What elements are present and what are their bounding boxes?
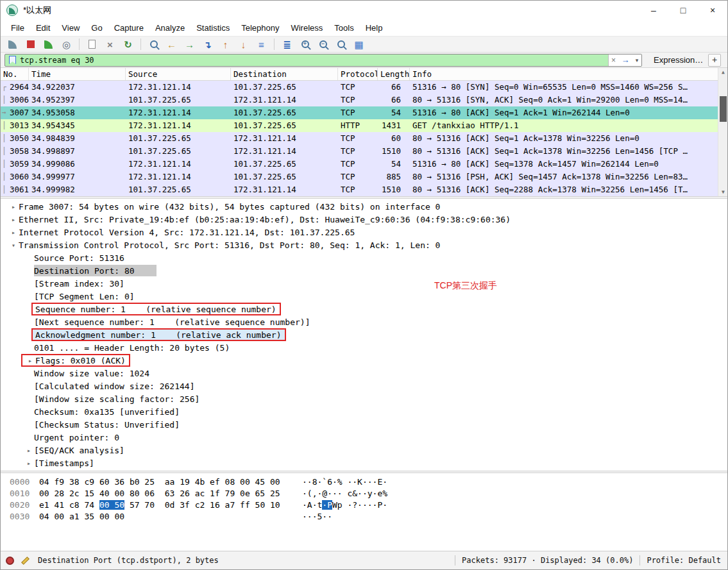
expand-icon[interactable]: ▸	[8, 216, 19, 223]
detail-line[interactable]: [TCP Segment Len: 0]	[1, 290, 727, 303]
detail-line[interactable]: [Calculated window size: 262144]	[1, 380, 727, 392]
detail-line[interactable]: ▾Transmission Control Protocol, Src Port…	[1, 239, 727, 251]
zoom-reset-icon[interactable]	[333, 37, 349, 51]
restart-capture-icon[interactable]	[40, 37, 56, 51]
menu-analyze[interactable]: Analyze	[149, 21, 190, 35]
first-packet-icon[interactable]: ↑	[217, 37, 233, 51]
packet-row-2964[interactable]: ┌296434.922037172.31.121.14101.37.225.65…	[1, 81, 727, 94]
detail-line[interactable]: [Checksum Status: Unverified]	[1, 418, 727, 431]
related-packet-indicator: │	[2, 158, 9, 171]
detail-line[interactable]: ▸Internet Protocol Version 4, Src: 172.3…	[1, 226, 727, 239]
packet-row-3060[interactable]: │306034.999977172.31.121.14101.37.225.65…	[1, 171, 727, 183]
hex-row-0010[interactable]: 001000 28 2c 15 40 00 80 06 63 26 ac 1f …	[1, 488, 727, 499]
expand-icon[interactable]: ▸	[24, 447, 34, 454]
autoscroll-icon[interactable]: ≡	[253, 37, 269, 51]
detail-line[interactable]: ▸[Timestamps]	[1, 457, 727, 469]
back-icon[interactable]: ←	[164, 37, 180, 51]
zoom-in-icon[interactable]: +	[297, 37, 313, 51]
close-file-icon[interactable]: ×	[102, 37, 118, 51]
detail-line[interactable]: ▸[SEQ/ACK analysis]	[1, 444, 727, 457]
stop-capture-icon[interactable]	[22, 37, 38, 51]
hex-row-0000[interactable]: 000004 f9 38 c9 60 36 b0 25 aa 19 4b ef …	[1, 476, 727, 488]
detail-line[interactable]: Window size value: 1024	[1, 367, 727, 380]
last-packet-icon[interactable]: ↓	[235, 37, 251, 51]
maximize-button[interactable]: □	[668, 1, 698, 20]
column-header-length[interactable]: Length	[378, 68, 410, 80]
column-header-time[interactable]: Time	[29, 68, 126, 80]
open-file-icon[interactable]	[84, 37, 100, 51]
scrollbar-thumb[interactable]	[720, 96, 727, 122]
minimize-button[interactable]: –	[639, 1, 668, 20]
hex-byte-text: 57 70 0d 3f c2 16 a7 ff 50 10	[124, 500, 280, 510]
scrollbar-down-icon[interactable]: ▼	[718, 188, 727, 196]
detail-line[interactable]: Checksum: 0xa135 [unverified]	[1, 405, 727, 418]
menu-file[interactable]: File	[5, 21, 30, 35]
menu-tools[interactable]: Tools	[328, 21, 359, 35]
filter-bookmark-icon[interactable]	[9, 56, 16, 64]
detail-line[interactable]: Source Port: 51316	[1, 251, 727, 264]
menu-edit[interactable]: Edit	[30, 21, 56, 35]
menu-wireless[interactable]: Wireless	[285, 21, 328, 35]
detail-line[interactable]: Acknowledgment number: 1 (relative ack n…	[1, 328, 727, 341]
column-header-source[interactable]: Source	[126, 68, 231, 80]
add-filter-button[interactable]: +	[708, 54, 721, 67]
packet-row-3006[interactable]: │300634.952397101.37.225.65172.31.121.14…	[1, 94, 727, 106]
detail-line[interactable]: Urgent pointer: 0	[1, 431, 727, 444]
close-button[interactable]: ×	[698, 1, 727, 20]
packet-row-3059[interactable]: │305934.999086172.31.121.14101.37.225.65…	[1, 158, 727, 171]
find-icon[interactable]	[146, 37, 162, 51]
column-header-info[interactable]: Info	[410, 68, 727, 80]
reload-icon[interactable]: ↻	[120, 37, 136, 51]
scrollbar-up-icon[interactable]: ▲	[718, 68, 727, 76]
detail-line[interactable]: [Next sequence number: 1 (relative seque…	[1, 315, 727, 328]
display-filter-field[interactable]: × → ▾	[4, 54, 642, 67]
menu-go[interactable]: Go	[85, 21, 108, 35]
packet-row-3007[interactable]: →300734.953058172.31.121.14101.37.225.65…	[1, 106, 727, 119]
detail-line[interactable]: Destination Port: 80	[1, 264, 727, 277]
expand-icon[interactable]: ▸	[24, 460, 34, 467]
cell-protocol: TCP	[338, 145, 378, 158]
forward-icon[interactable]: →	[182, 37, 198, 51]
packet-list-scrollbar[interactable]: ▲ ▼	[718, 68, 727, 196]
collapse-icon[interactable]: ▾	[8, 242, 19, 249]
expert-info-icon[interactable]	[6, 557, 14, 565]
menu-bar: FileEditViewGoCaptureAnalyzeStatisticsTe…	[1, 20, 727, 36]
menu-capture[interactable]: Capture	[108, 21, 149, 35]
capture-options-icon[interactable]: ◎	[58, 37, 74, 51]
filter-apply-icon[interactable]: →	[618, 54, 632, 66]
expand-icon[interactable]: ▸	[8, 229, 19, 236]
detail-line[interactable]: ▸Frame 3007: 54 bytes on wire (432 bits)…	[1, 200, 727, 213]
menu-telephony[interactable]: Telephony	[235, 21, 285, 35]
filter-dropdown-icon[interactable]: ▾	[632, 54, 641, 66]
packet-row-3050[interactable]: │305034.984839101.37.225.65172.31.121.14…	[1, 132, 727, 145]
column-header-protocol[interactable]: Protocol	[338, 68, 378, 80]
detail-line[interactable]: Sequence number: 1 (relative sequence nu…	[1, 303, 727, 315]
expand-icon[interactable]: ▸	[8, 203, 19, 210]
hex-row-0030[interactable]: 003004 00 a1 35 00 00···5··	[1, 511, 727, 523]
menu-help[interactable]: Help	[360, 21, 389, 35]
profile-text[interactable]: Profile: Default	[647, 556, 721, 565]
detail-line[interactable]: ▸Ethernet II, Src: Private_19:4b:ef (b0:…	[1, 213, 727, 226]
filter-input[interactable]	[20, 56, 608, 65]
filter-clear-icon[interactable]: ×	[608, 54, 618, 66]
packet-row-3058[interactable]: │305834.998897101.37.225.65172.31.121.14…	[1, 145, 727, 158]
resize-columns-icon[interactable]: ▦	[351, 37, 367, 51]
menu-view[interactable]: View	[56, 21, 85, 35]
detail-line[interactable]: [Window size scaling factor: 256]	[1, 392, 727, 405]
packet-row-3013[interactable]: │301334.954345172.31.121.14101.37.225.65…	[1, 119, 727, 132]
detail-line[interactable]: [Stream index: 30]	[1, 277, 727, 290]
goto-packet-icon[interactable]: ↴	[199, 37, 216, 51]
column-header-destination[interactable]: Destination	[231, 68, 338, 80]
packet-row-3061[interactable]: │306134.999982101.37.225.65172.31.121.14…	[1, 183, 727, 196]
capture-comment-icon[interactable]	[21, 557, 30, 565]
detail-line[interactable]: ▸Flags: 0x010 (ACK)	[1, 354, 727, 367]
hex-row-0020[interactable]: 0020e1 41 c8 74 00 50 57 70 0d 3f c2 16 …	[1, 499, 727, 511]
detail-line[interactable]: 0101 .... = Header Length: 20 bytes (5)	[1, 341, 727, 354]
menu-statistics[interactable]: Statistics	[190, 21, 235, 35]
zoom-out-icon[interactable]: −	[315, 37, 331, 51]
expand-icon[interactable]: ▸	[25, 357, 35, 364]
column-header-no[interactable]: No.	[1, 68, 29, 80]
expression-button[interactable]: Expression…	[650, 54, 707, 66]
start-capture-icon[interactable]	[4, 37, 21, 51]
colorize-icon[interactable]: ≣	[279, 37, 295, 51]
